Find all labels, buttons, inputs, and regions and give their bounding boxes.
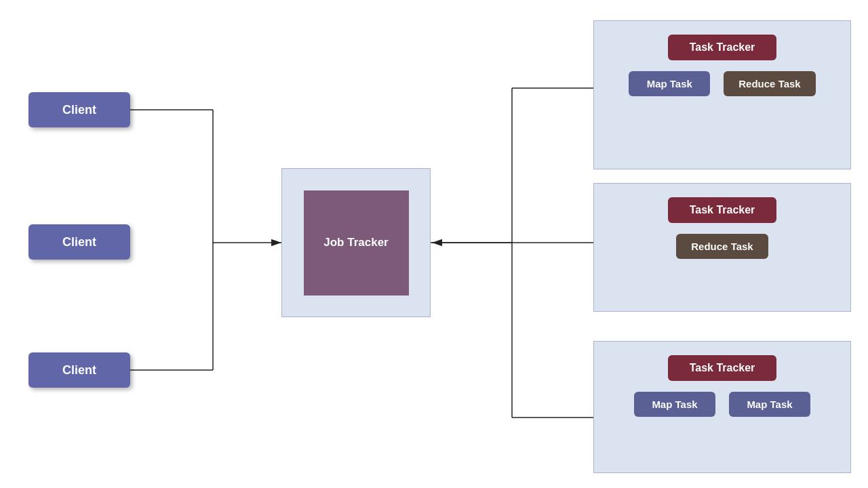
client-3-label: Client (62, 363, 96, 378)
map-task-1-label: Map Task (647, 78, 692, 89)
reduce-task-1-label: Reduce Task (738, 78, 800, 89)
task-tracker-1-label: Task Tracker (690, 41, 755, 53)
map-task-3b-label: Map Task (747, 399, 792, 410)
reduce-task-2-label: Reduce Task (691, 241, 753, 252)
task-tracker-2-label: Task Tracker (690, 204, 755, 216)
client-1-label: Client (62, 103, 96, 117)
map-task-3b: Map Task (729, 392, 810, 417)
client-2: Client (28, 224, 130, 260)
task-row-3: Map Task Map Task (634, 392, 810, 417)
reduce-task-1: Reduce Task (724, 71, 815, 96)
client-1: Client (28, 92, 130, 127)
task-row-2: Reduce Task (676, 234, 768, 259)
task-tracker-3: Task Tracker (668, 355, 776, 381)
tracker-panel-3: Task Tracker Map Task Map Task (593, 341, 851, 473)
job-tracker-inner: Job Tracker (304, 190, 409, 296)
client-3: Client (28, 352, 130, 388)
task-tracker-3-label: Task Tracker (690, 362, 755, 373)
task-row-1: Map Task Reduce Task (629, 71, 815, 96)
job-tracker-outer: Job Tracker (281, 168, 431, 317)
job-tracker-label: Job Tracker (323, 236, 388, 249)
map-task-1: Map Task (629, 71, 710, 96)
tracker-panel-1: Task Tracker Map Task Reduce Task (593, 20, 851, 169)
reduce-task-2: Reduce Task (676, 234, 768, 259)
task-tracker-1: Task Tracker (668, 35, 776, 60)
map-task-3a-label: Map Task (652, 399, 697, 410)
tracker-panel-2: Task Tracker Reduce Task (593, 183, 851, 312)
task-tracker-2: Task Tracker (668, 197, 776, 223)
client-2-label: Client (62, 235, 96, 249)
diagram-container: Client Client Client Job Tracker Task Tr… (0, 0, 868, 488)
map-task-3a: Map Task (634, 392, 715, 417)
